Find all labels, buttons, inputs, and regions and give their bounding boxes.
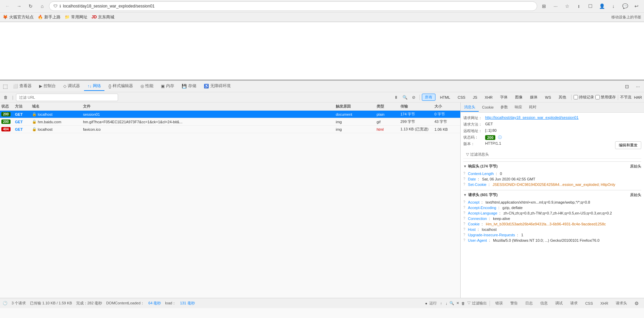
help-icon[interactable]: ? [463,227,465,231]
table-row[interactable]: 200 GET 🔒 hm.baidu.com hm.gif?hca=F054EC… [0,118,460,126]
home-button[interactable]: ⌂ [37,1,47,11]
download-button[interactable]: ↓ [609,1,618,11]
header-connection: ? Connection : keep-alive [463,216,641,221]
chat-button[interactable]: 💬 [620,1,630,11]
row-domain-text: hm.baidu.com [38,120,61,124]
bottom-debug-btn[interactable]: 调试 [552,300,565,306]
tab-response[interactable]: 响应 [511,103,526,112]
filter-fonts[interactable]: 字体 [497,94,511,101]
raw-toggle-btn2[interactable]: 原始头 [630,192,641,197]
bottom-reqheader-btn[interactable]: 请求头 [613,300,630,306]
response-headers-section[interactable]: ▼ 响应头 (174 字节) 原始头 [463,161,641,170]
bottom-xhr-btn[interactable]: XHR [598,301,611,306]
table-row[interactable]: 404 GET 🔒 localhost favicon.ico img html… [0,126,460,133]
search-network-button[interactable]: 🔍 [401,94,409,101]
address-bar[interactable]: 🛡 ℹ localhost/day18_session_war_exploded… [49,1,537,11]
filter-media[interactable]: 媒体 [527,94,541,101]
help-icon[interactable]: ? [463,222,465,226]
table-row[interactable]: 200 GET 🔒 localhost session01 document p… [0,111,460,118]
filter-css[interactable]: CSS [455,94,468,100]
filter-other[interactable]: 其他 [556,94,569,101]
extensions-button[interactable]: ⊞ [539,1,549,11]
tab-performance[interactable]: ◎ 性能 [137,82,157,91]
tab-message-headers[interactable]: 消息头 [461,103,479,112]
tab-network[interactable]: ↑↓ 网络 [84,82,104,91]
row-trigger: img [334,120,375,124]
persist-log-checkbox[interactable]: 持续记录 [574,95,594,100]
bottom-warnings-btn[interactable]: 警告 [508,300,521,306]
help-icon[interactable]: ? [463,172,465,175]
bottom-log-btn[interactable]: 日志 [523,300,535,306]
filter-xhr[interactable]: XHR [482,94,496,100]
tab-style-editor[interactable]: {} 样式编辑器 [105,82,136,91]
debugger-icon: ◇ [63,84,66,89]
help-icon[interactable]: ? [463,200,465,204]
transferred-label: 已传输 1.10 KB / 1.59 KB [30,301,72,306]
reload-button[interactable]: ↻ [26,1,35,11]
clear-network-button[interactable]: 🗑 [2,94,10,101]
filter-ws[interactable]: WS [542,94,554,100]
bottom-errors-btn[interactable]: 错误 [493,300,506,306]
tab-accessibility[interactable]: ♿ 无障碍环境 [200,82,234,91]
filter-url-input[interactable] [16,94,118,101]
devtools-inspect-button[interactable]: ⬚ [1,83,9,90]
tab-debugger[interactable]: ◇ 调试器 [60,82,83,91]
raw-toggle-btn[interactable]: 原始头 [630,164,641,169]
help-icon[interactable]: ? [463,182,465,186]
filter-js[interactable]: JS [470,94,480,100]
row-size: 0 字节 [433,112,460,117]
filter-images[interactable]: 图像 [512,94,526,101]
header-value: 1 [521,233,523,237]
tab-memory[interactable]: ▣ 内存 [158,82,178,91]
header-value-special: JSESSIONID=D4C98194D025E4258A4...ession_… [493,182,615,187]
devtools-dock-button[interactable]: ⊡ [622,82,632,91]
more-button[interactable]: ··· [551,1,560,11]
bookmark-common[interactable]: 📁 常用网址 [65,14,87,20]
requests-count: 3 个请求 [12,301,26,306]
bottom-requests-btn[interactable]: 请求 [567,300,580,306]
disable-cache-checkbox[interactable]: 禁用缓存 [595,95,616,100]
tab-params[interactable]: 参数 [497,103,511,112]
block-button[interactable]: ⊘ [410,94,417,101]
tab-timings[interactable]: 耗时 [526,103,540,112]
tab-console[interactable]: ▶ 控制台 [36,82,59,91]
profile-button[interactable]: 👤 [597,1,607,11]
debugger-label: 调试器 [68,83,80,89]
row-transfer: 1.13 KB (已宽进) [399,127,433,132]
star-button[interactable]: ☆ [562,1,572,11]
request-url-value[interactable]: http://localhost/day18_session_war_explo… [485,115,579,120]
tab-storage[interactable]: 💾 存储 [178,82,200,91]
tab-inspector[interactable]: ⬜ 查看器 [10,82,35,91]
header-value: gzip, deflate [502,206,523,210]
tab-cookies[interactable]: Cookie [479,104,497,111]
help-icon[interactable]: ? [463,217,465,220]
help-icon[interactable]: ? [463,206,465,209]
request-headers-section[interactable]: ▼ 请求头 (601 字节) 原始头 [463,190,641,198]
bottom-css-btn[interactable]: CSS [582,301,596,306]
help-icon[interactable]: ? [463,238,465,242]
bookmark-jd[interactable]: JD 京东商城 [92,14,114,20]
row-file: session01 [82,112,334,116]
bookmark-firefox[interactable]: 🦊 火狐官方站点 [3,14,34,20]
bottom-info-btn[interactable]: 信息 [538,300,550,306]
folder-icon: 📁 [65,15,70,19]
status-code-badge: 200 [485,135,495,140]
return-button[interactable]: ↩ [632,1,641,11]
filter-html[interactable]: HTML [437,94,453,100]
devtools-more-button[interactable]: ··· [633,82,643,91]
status-code-info[interactable]: ⓘ [498,135,502,140]
settings-btn[interactable]: ⚙ [632,299,641,308]
row-status: 200 [0,112,14,116]
edit-resend-button[interactable]: 编辑和重发 [615,141,641,149]
filter-all[interactable]: 所有 [422,94,435,101]
window-button[interactable]: ☐ [585,1,595,11]
help-icon[interactable]: ? [463,233,465,237]
back-button[interactable]: ← [3,1,12,11]
bookmarks-icon-btn[interactable]: ⫾ [574,1,583,11]
help-icon[interactable]: ? [463,177,465,181]
bookmark-newbie[interactable]: 🔥 新手上路 [38,14,61,20]
pause-button[interactable]: ⏸ [392,94,400,101]
help-icon[interactable]: ? [463,211,465,215]
header-colon: : [496,172,498,176]
forward-button[interactable]: → [14,1,24,11]
